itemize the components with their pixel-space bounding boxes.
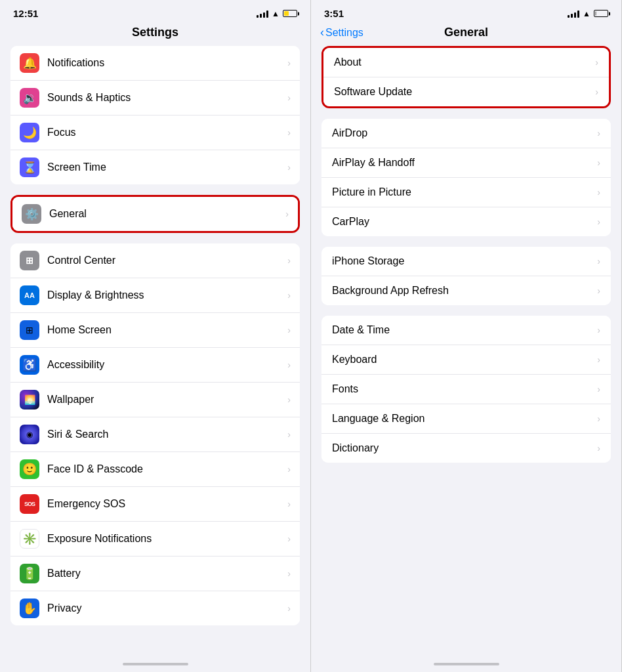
right-item-softwareupdate[interactable]: Software Update › bbox=[323, 77, 609, 106]
sidebar-item-sos[interactable]: SOS Emergency SOS › bbox=[10, 487, 300, 522]
sounds-chevron: › bbox=[287, 93, 291, 103]
screentime-label: Screen Time bbox=[47, 161, 287, 173]
sidebar-item-accessibility[interactable]: ♿ Accessibility › bbox=[10, 348, 300, 383]
sidebar-item-display[interactable]: AA Display & Brightness › bbox=[10, 278, 300, 313]
right-item-datetime[interactable]: Date & Time › bbox=[321, 316, 611, 345]
sidebar-item-faceid[interactable]: 🙂 Face ID & Passcode › bbox=[10, 452, 300, 487]
notifications-chevron: › bbox=[287, 58, 291, 68]
right-time: 3:51 bbox=[324, 8, 344, 19]
privacy-chevron: › bbox=[287, 603, 291, 614]
right-item-backgroundRefresh[interactable]: Background App Refresh › bbox=[321, 276, 611, 305]
controlcenter-label: Control Center bbox=[47, 255, 287, 266]
wallpaper-label: Wallpaper bbox=[47, 394, 287, 406]
privacy-label: Privacy bbox=[47, 602, 287, 614]
wallpaper-icon: 🌅 bbox=[20, 390, 39, 410]
softwareupdate-chevron: › bbox=[595, 87, 598, 97]
fonts-label: Fonts bbox=[332, 383, 597, 395]
display-label: Display & Brightness bbox=[47, 289, 287, 301]
right-settings-scroll[interactable]: About › Software Update › AirDrop › AirP… bbox=[311, 46, 621, 658]
right-item-carplay[interactable]: CarPlay › bbox=[321, 207, 611, 236]
about-label: About bbox=[334, 56, 595, 68]
battery-icon-item: 🔋 bbox=[20, 564, 39, 583]
sidebar-item-battery[interactable]: 🔋 Battery › bbox=[10, 556, 300, 591]
airdrop-chevron: › bbox=[597, 128, 600, 138]
sidebar-item-exposure[interactable]: ✳️ Exposure Notifications › bbox=[10, 522, 300, 556]
fonts-chevron: › bbox=[597, 384, 600, 394]
airplay-label: AirPlay & Handoff bbox=[332, 157, 597, 169]
left-status-bar: 12:51 ▲ bbox=[0, 0, 310, 23]
left-title-bar: Settings bbox=[0, 23, 310, 46]
iphoneStorage-chevron: › bbox=[597, 256, 600, 266]
focus-label: Focus bbox=[47, 127, 287, 138]
right-group-airdrop: AirDrop › AirPlay & Handoff › Picture in… bbox=[321, 119, 611, 236]
controlcenter-icon: ⊞ bbox=[20, 251, 39, 270]
left-scroll-indicator bbox=[123, 663, 188, 665]
homescreen-icon: ⊞ bbox=[20, 320, 39, 340]
general-chevron: › bbox=[285, 209, 289, 219]
right-item-pip[interactable]: Picture in Picture › bbox=[321, 178, 611, 207]
exposure-icon: ✳️ bbox=[20, 529, 39, 549]
backgroundRefresh-label: Background App Refresh bbox=[332, 285, 597, 297]
screentime-icon: ⌛ bbox=[20, 158, 39, 177]
right-group-datetime: Date & Time › Keyboard › Fonts › Languag… bbox=[321, 316, 611, 463]
siri-icon: ◉ bbox=[20, 425, 39, 444]
dictionary-chevron: › bbox=[597, 443, 600, 453]
backgroundRefresh-chevron: › bbox=[597, 285, 600, 296]
sos-chevron: › bbox=[287, 499, 291, 509]
sidebar-item-notifications[interactable]: 🔔 Notifications › bbox=[10, 46, 300, 81]
general-highlighted-group: ⚙️ General › bbox=[10, 195, 300, 233]
exposure-label: Exposure Notifications bbox=[47, 533, 287, 545]
right-item-language[interactable]: Language & Region › bbox=[321, 404, 611, 434]
wifi-icon: ▲ bbox=[272, 9, 280, 18]
left-settings-scroll[interactable]: 🔔 Notifications › 🔉 Sounds & Haptics › 🌙… bbox=[0, 46, 310, 658]
right-item-fonts[interactable]: Fonts › bbox=[321, 375, 611, 404]
right-item-iphoneStorage[interactable]: iPhone Storage › bbox=[321, 247, 611, 276]
sidebar-item-wallpaper[interactable]: 🌅 Wallpaper › bbox=[10, 383, 300, 417]
settings-group-1: 🔔 Notifications › 🔉 Sounds & Haptics › 🌙… bbox=[10, 46, 300, 184]
battery-chevron: › bbox=[287, 568, 291, 579]
back-label: Settings bbox=[325, 27, 363, 39]
left-status-icons: ▲ bbox=[257, 9, 297, 18]
keyboard-chevron: › bbox=[597, 354, 600, 365]
sidebar-item-screentime[interactable]: ⌛ Screen Time › bbox=[10, 150, 300, 184]
right-item-about[interactable]: About › bbox=[323, 48, 609, 77]
homescreen-label: Home Screen bbox=[47, 324, 287, 336]
screentime-chevron: › bbox=[287, 162, 291, 173]
back-button[interactable]: ‹ Settings bbox=[320, 26, 363, 39]
about-highlighted-group: About › Software Update › bbox=[321, 46, 611, 108]
display-icon: AA bbox=[20, 285, 39, 305]
sounds-label: Sounds & Haptics bbox=[47, 92, 287, 104]
right-panel: 3:51 ▲ ‹ Settings General About bbox=[311, 0, 622, 672]
sidebar-item-siri[interactable]: ◉ Siri & Search › bbox=[10, 417, 300, 452]
sidebar-item-sounds[interactable]: 🔉 Sounds & Haptics › bbox=[10, 81, 300, 116]
datetime-label: Date & Time bbox=[332, 324, 597, 336]
sidebar-item-controlcenter[interactable]: ⊞ Control Center › bbox=[10, 243, 300, 278]
right-signal-icon bbox=[568, 10, 579, 18]
right-wifi-icon: ▲ bbox=[583, 9, 591, 18]
signal-icon bbox=[257, 10, 268, 18]
right-item-dictionary[interactable]: Dictionary › bbox=[321, 434, 611, 463]
sidebar-item-homescreen[interactable]: ⊞ Home Screen › bbox=[10, 313, 300, 348]
language-chevron: › bbox=[597, 413, 600, 424]
carplay-chevron: › bbox=[597, 217, 600, 227]
right-status-bar: 3:51 ▲ bbox=[311, 0, 621, 23]
notifications-icon: 🔔 bbox=[20, 53, 39, 73]
controlcenter-chevron: › bbox=[287, 255, 291, 266]
right-item-airdrop[interactable]: AirDrop › bbox=[321, 119, 611, 148]
left-time: 12:51 bbox=[13, 8, 38, 19]
sidebar-item-general[interactable]: ⚙️ General › bbox=[12, 197, 298, 231]
airplay-chevron: › bbox=[597, 158, 600, 168]
wallpaper-chevron: › bbox=[287, 394, 291, 405]
iphoneStorage-label: iPhone Storage bbox=[332, 255, 597, 267]
exposure-chevron: › bbox=[287, 534, 291, 544]
pip-chevron: › bbox=[597, 187, 600, 198]
right-item-airplay[interactable]: AirPlay & Handoff › bbox=[321, 148, 611, 178]
sos-label: Emergency SOS bbox=[47, 498, 287, 510]
right-item-keyboard[interactable]: Keyboard › bbox=[321, 345, 611, 375]
datetime-chevron: › bbox=[597, 325, 600, 335]
sidebar-item-focus[interactable]: 🌙 Focus › bbox=[10, 116, 300, 150]
sidebar-item-privacy[interactable]: ✋ Privacy › bbox=[10, 591, 300, 625]
left-panel: 12:51 ▲ Settings 🔔 Notifications › bbox=[0, 0, 311, 672]
accessibility-icon: ♿ bbox=[20, 355, 39, 375]
accessibility-label: Accessibility bbox=[47, 359, 287, 371]
